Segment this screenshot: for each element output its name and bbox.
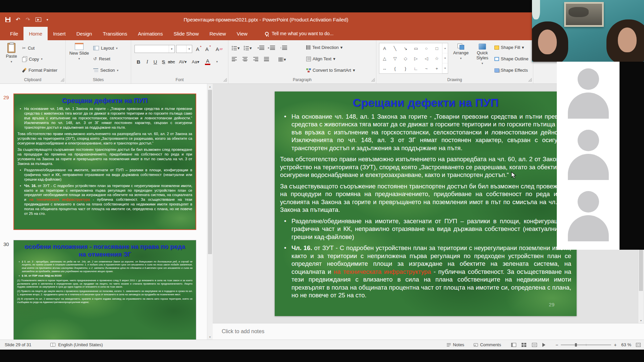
- participant-tile[interactable]: [557, 184, 620, 246]
- shape-textbox-icon[interactable]: A: [379, 43, 390, 53]
- shape-square-icon[interactable]: □: [432, 43, 442, 53]
- justify-button[interactable]: [264, 57, 269, 61]
- tab-slide-show[interactable]: Slide Show: [168, 27, 204, 40]
- tell-me-box[interactable]: Tell me what you want to do...: [265, 27, 333, 40]
- paste-button[interactable]: Paste ▾: [3, 43, 20, 63]
- gallery-more-icon[interactable]: ▼: [442, 63, 448, 73]
- shape-triangle-icon[interactable]: △: [379, 53, 390, 63]
- shape-curve-icon[interactable]: ~: [421, 63, 432, 73]
- font-name-combo[interactable]: ▾: [135, 45, 175, 53]
- thumbnail-scrollbar-thumb[interactable]: [208, 90, 212, 254]
- tab-animations[interactable]: Animations: [132, 27, 168, 40]
- webcam-video-tile[interactable]: [532, 0, 644, 62]
- line-spacing-button[interactable]: ↕: [280, 46, 287, 50]
- notes-pane[interactable]: Click to add notes: [213, 323, 644, 340]
- numbering-button[interactable]: ▾: [244, 46, 252, 51]
- layout-button[interactable]: Layout ▾: [93, 46, 118, 51]
- character-spacing-button[interactable]: AV ▾: [179, 58, 187, 66]
- italic-button[interactable]: I: [143, 58, 151, 66]
- fit-slide-to-window-button[interactable]: [636, 343, 641, 347]
- increase-indent-button[interactable]: ▸: [268, 46, 275, 50]
- tab-home[interactable]: Home: [23, 27, 48, 40]
- clear-formatting-button[interactable]: A: [215, 45, 223, 53]
- shape-star-icon[interactable]: ☆: [432, 53, 442, 63]
- reset-button[interactable]: ↺ Reset: [93, 56, 110, 61]
- shape-diamond-icon[interactable]: ◇: [400, 53, 411, 63]
- normal-view-button[interactable]: [511, 343, 516, 347]
- strikethrough-button[interactable]: abc: [167, 58, 175, 66]
- gallery-scroll-down-icon[interactable]: ▼: [442, 53, 448, 63]
- arrange-button[interactable]: Arrange ▾: [451, 44, 471, 60]
- shape-double-arrow-icon[interactable]: ↔: [379, 63, 390, 73]
- shape-fill-button[interactable]: Shape Fill ▾: [494, 45, 532, 50]
- shape-rectangle-icon[interactable]: ▭: [411, 43, 421, 53]
- comments-toggle-button[interactable]: Comments: [474, 342, 501, 347]
- text-direction-button[interactable]: Text Direction ▾: [306, 45, 342, 50]
- zoom-slider-thumb[interactable]: [575, 343, 577, 347]
- tab-file[interactable]: File: [5, 27, 23, 40]
- tab-view[interactable]: View: [231, 27, 253, 40]
- shape-plus-icon[interactable]: +: [432, 63, 442, 73]
- font-color-dropdown[interactable]: ▾: [213, 58, 221, 66]
- paragraph-dialog-launcher[interactable]: [371, 78, 375, 81]
- bold-button[interactable]: B: [135, 58, 143, 66]
- clipboard-dialog-launcher[interactable]: [61, 78, 64, 81]
- slide-canvas[interactable]: Срещани дефекти на ПУП На основание чл. …: [275, 92, 577, 316]
- columns-button[interactable]: ▾: [279, 57, 286, 62]
- format-painter-button[interactable]: Format Painter: [22, 68, 57, 73]
- shape-brace-right-icon[interactable]: }: [400, 63, 411, 73]
- proofing-icon[interactable]: [50, 343, 55, 347]
- shape-brace-left-icon[interactable]: {: [390, 63, 400, 73]
- thumbnail-scrollbar[interactable]: ▲ ▼: [207, 84, 213, 340]
- align-center-button[interactable]: [243, 57, 248, 61]
- copy-button[interactable]: Copy ▾: [22, 56, 43, 62]
- tab-insert[interactable]: Insert: [48, 27, 71, 40]
- change-case-button[interactable]: Aa ▾: [192, 58, 200, 66]
- dropdown-arrow-icon[interactable]: ▾: [169, 45, 174, 53]
- scroll-up-icon[interactable]: ▲: [207, 84, 213, 89]
- scroll-down-icon[interactable]: ▼: [638, 318, 644, 323]
- align-text-button[interactable]: Align Text ▾: [306, 56, 335, 61]
- slide-show-view-button[interactable]: [542, 343, 545, 347]
- gallery-scroll-up-icon[interactable]: ▲: [442, 43, 448, 53]
- decrease-indent-button[interactable]: ◂: [257, 46, 264, 50]
- shape-triangle-right-icon[interactable]: ▷: [411, 53, 421, 63]
- quick-styles-button[interactable]: Quick Styles ▾: [472, 44, 492, 65]
- shape-angle-icon[interactable]: ∟: [411, 63, 421, 73]
- zoom-in-button[interactable]: +: [614, 342, 616, 348]
- bullets-button[interactable]: ▾: [232, 46, 240, 51]
- cut-button[interactable]: ✂ Cut: [22, 46, 35, 51]
- new-slide-button[interactable]: New Slide ▾: [68, 43, 90, 60]
- shape-triangle-down-icon[interactable]: ▽: [390, 53, 400, 63]
- slide-29-thumbnail[interactable]: Срещани дефекти на ПУП На основание чл. …: [13, 94, 196, 230]
- tab-design[interactable]: Design: [71, 27, 98, 40]
- reading-view-button[interactable]: [532, 343, 537, 347]
- scroll-down-icon[interactable]: ▼: [207, 334, 213, 340]
- shape-line-icon[interactable]: ╲: [390, 43, 400, 53]
- slide-sorter-view-button[interactable]: [522, 343, 527, 347]
- shrink-font-button[interactable]: A ▼: [204, 45, 212, 53]
- section-button[interactable]: Section ▾: [93, 68, 118, 73]
- convert-to-smartart-button[interactable]: Convert to SmartArt ▾: [306, 68, 355, 73]
- zoom-level[interactable]: 63 %: [621, 342, 631, 347]
- underline-button[interactable]: U: [151, 58, 159, 66]
- shape-oval-icon[interactable]: ○: [421, 43, 432, 53]
- font-size-combo[interactable]: ▾: [176, 45, 192, 53]
- drawing-dialog-launcher[interactable]: [528, 78, 532, 81]
- language-indicator[interactable]: English (United States): [58, 342, 103, 347]
- tab-review[interactable]: Review: [204, 27, 231, 40]
- shape-triangle-left-icon[interactable]: ◁: [421, 53, 432, 63]
- text-shadow-button[interactable]: S: [159, 58, 167, 66]
- participant-tile[interactable]: [557, 123, 620, 184]
- shape-effects-button[interactable]: Shape Effects: [494, 68, 532, 73]
- zoom-out-button[interactable]: −: [555, 342, 558, 348]
- align-left-button[interactable]: [232, 57, 237, 61]
- slide-30-thumbnail[interactable]: особени положения - погасяване на права …: [13, 240, 196, 340]
- notes-toggle-button[interactable]: Notes: [447, 342, 464, 347]
- font-color-button[interactable]: A: [204, 58, 212, 66]
- zoom-slider[interactable]: [561, 343, 611, 347]
- shape-arrow-icon[interactable]: ↘: [400, 43, 411, 53]
- shape-outline-button[interactable]: Shape Outline: [494, 56, 532, 61]
- font-dialog-launcher[interactable]: [223, 78, 227, 81]
- tab-transitions[interactable]: Transitions: [97, 27, 132, 40]
